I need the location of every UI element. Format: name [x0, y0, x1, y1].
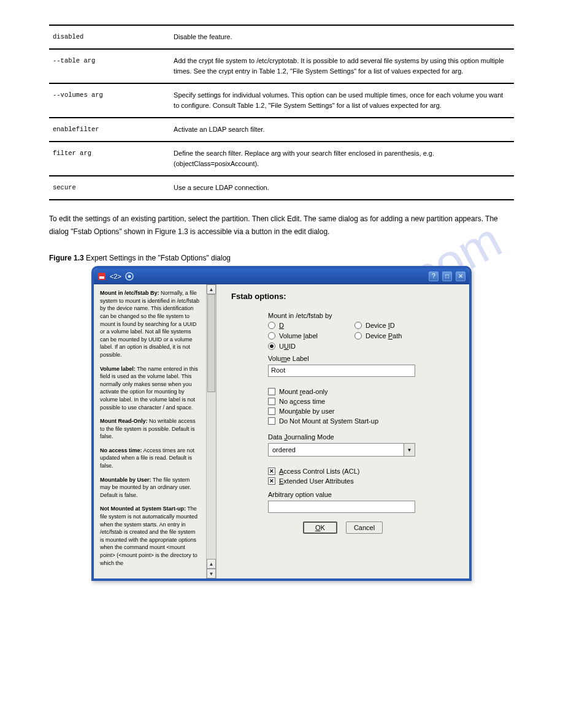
checkbox-icon: ✕ [268, 477, 275, 485]
checkbox-icon: ✕ [268, 468, 275, 475]
help-button[interactable]: ? [429, 271, 439, 281]
figure-number: Figure 1.3 [49, 254, 84, 262]
table-cell-desc: Specify settings for individual volumes.… [170, 83, 514, 118]
ok-button[interactable]: OK [303, 521, 337, 534]
table-row: --volumes arg Specify settings for indiv… [49, 83, 514, 118]
scroll-up-icon[interactable]: ▲ [207, 284, 216, 294]
scroll-down-icon[interactable]: ▼ [207, 569, 216, 578]
radio-device-name[interactable]: D [268, 322, 318, 329]
svg-rect-1 [99, 276, 104, 279]
arbitrary-option-input[interactable] [268, 501, 415, 513]
help-text: The name entered in this field is used a… [100, 366, 198, 411]
check-mount-readonly[interactable]: Mount read-only [268, 388, 454, 395]
mount-by-label: Mount in /etc/fstab by [268, 312, 454, 319]
table-cell-desc: Use a secure LDAP connection. [170, 176, 514, 200]
check-acl[interactable]: ✕ Access Control Lists (ACL) [268, 468, 454, 475]
help-heading: Not Mounted at System Start-up: [100, 506, 186, 512]
radio-device-path[interactable]: Device Path [354, 332, 402, 339]
options-table: disabled Disable the feature. --table ar… [49, 25, 514, 200]
table-cell-opt: disabled [49, 25, 170, 49]
journaling-label: Data Journaling Mode [268, 433, 454, 441]
checkbox-icon [268, 408, 275, 415]
table-cell-opt: --volumes arg [49, 83, 170, 118]
scroll-thumb[interactable] [207, 294, 215, 392]
table-cell-opt: filter arg [49, 142, 170, 176]
radio-volume-label[interactable]: Volume label [268, 332, 318, 339]
form-panel: Fstab options: Mount in /etc/fstab by D … [216, 284, 469, 578]
check-extended-attrs[interactable]: ✕ Extended User Attributes [268, 477, 454, 485]
table-cell-desc: Activate an LDAP search filter. [170, 118, 514, 142]
figure-caption: Figure 1.3 Expert Settings in the "Fstab… [49, 254, 514, 262]
table-cell-opt: secure [49, 176, 170, 200]
cancel-button[interactable]: Cancel [346, 521, 383, 534]
figure-caption-rest: Expert Settings in the "Fstab Options" d… [84, 254, 231, 262]
table-row: --table arg Add the crypt file system to… [49, 49, 514, 83]
select-value: ordered [272, 446, 296, 453]
help-heading: Mount Read-Only: [100, 418, 148, 424]
table-cell-desc: Define the search filter. Replace arg wi… [170, 142, 514, 176]
body-paragraph: To edit the settings of an existing part… [49, 213, 514, 238]
check-no-access-time[interactable]: No access time [268, 398, 454, 405]
radio-icon [268, 343, 275, 350]
table-cell-desc: Add the crypt file system to /etc/crypto… [170, 49, 514, 83]
radio-uuid[interactable]: UUID [268, 343, 318, 350]
document-page: disabled Disable the feature. --table ar… [49, 25, 514, 581]
radio-icon [268, 322, 275, 329]
help-heading: Mount in /etc/fstab By: [100, 290, 159, 296]
radio-icon [354, 322, 362, 329]
help-heading: Mountable by User: [100, 477, 151, 483]
window-title: <2> [110, 273, 121, 280]
table-row: enablefilter Activate an LDAP search fil… [49, 118, 514, 142]
volume-label-label: Volume Label [268, 355, 454, 362]
checkbox-icon [268, 417, 275, 425]
radio-icon [354, 332, 362, 339]
dialog-heading: Fstab options: [231, 292, 454, 301]
table-row: secure Use a secure LDAP connection. [49, 176, 514, 200]
volume-label-input[interactable]: Root [268, 365, 415, 377]
check-no-mount-startup[interactable]: Do Not Mount at System Start-up [268, 417, 454, 425]
help-text: The file system is not automatically mou… [100, 506, 197, 566]
table-cell-desc: Disable the feature. [170, 25, 514, 49]
chevron-down-icon: ▼ [404, 444, 415, 456]
titlebar: <2> ? □ ✕ [94, 268, 469, 284]
maximize-button[interactable]: □ [442, 271, 452, 281]
scroll-up-alt-icon[interactable]: ▲ [207, 559, 216, 569]
arbitrary-option-label: Arbitrary option value [268, 491, 454, 498]
journaling-mode-select[interactable]: ordered ▼ [268, 443, 415, 457]
svg-point-3 [128, 275, 131, 278]
fstab-options-dialog: <2> ? □ ✕ Mount in /etc/fstab By: Normal… [91, 266, 472, 581]
close-button[interactable]: ✕ [456, 271, 465, 281]
checkbox-icon [268, 388, 275, 395]
help-scrollbar[interactable]: ▲ ▲ ▼ [206, 284, 216, 578]
help-heading: No access time: [100, 447, 142, 453]
suse-icon [125, 272, 134, 281]
help-text: Normally, a file system to mount is iden… [100, 290, 199, 358]
table-row: disabled Disable the feature. [49, 25, 514, 49]
check-mountable-by-user[interactable]: Mountable by user [268, 408, 454, 415]
help-panel: Mount in /etc/fstab By: Normally, a file… [94, 284, 216, 578]
radio-icon [268, 332, 275, 339]
app-icon [98, 272, 106, 281]
checkbox-icon [268, 398, 275, 405]
radio-device-id[interactable]: Device ID [354, 322, 402, 329]
table-cell-opt: --table arg [49, 49, 170, 83]
help-heading: Volume label: [100, 366, 136, 372]
table-cell-opt: enablefilter [49, 118, 170, 142]
table-row: filter arg Define the search filter. Rep… [49, 142, 514, 176]
